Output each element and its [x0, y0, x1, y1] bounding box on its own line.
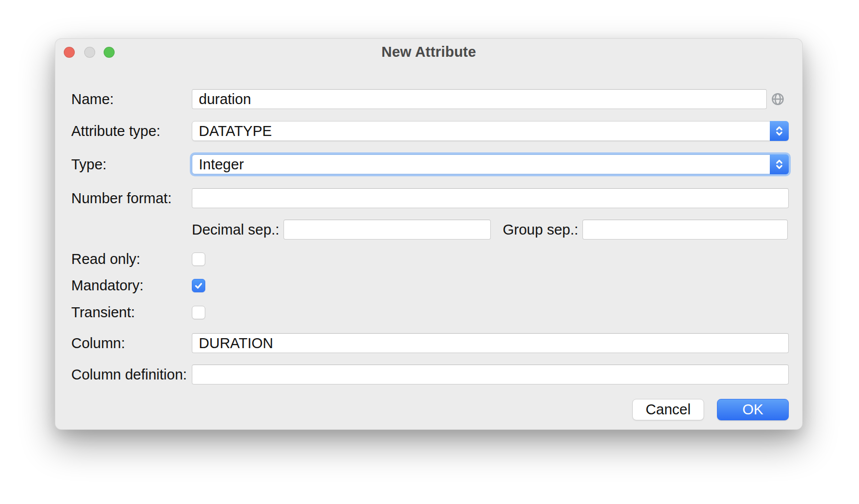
- titlebar: New Attribute: [55, 39, 802, 65]
- column-definition-input[interactable]: [192, 365, 789, 384]
- attribute-type-select[interactable]: DATATYPE: [192, 121, 789, 141]
- type-value: Integer: [192, 156, 770, 173]
- group-sep-label: Group sep.:: [503, 220, 578, 240]
- attribute-type-label: Attribute type:: [71, 121, 160, 141]
- decimal-sep-input[interactable]: [284, 220, 491, 240]
- transient-label: Transient:: [71, 306, 135, 319]
- number-format-input[interactable]: [192, 188, 789, 208]
- read-only-checkbox[interactable]: [192, 252, 205, 266]
- check-icon: [194, 281, 203, 290]
- chevron-up-down-icon: [770, 121, 789, 141]
- zoom-button[interactable]: [104, 47, 115, 58]
- ok-button[interactable]: OK: [717, 399, 789, 420]
- minimize-button[interactable]: [84, 47, 95, 58]
- transient-checkbox[interactable]: [192, 306, 205, 319]
- mandatory-label: Mandatory:: [71, 279, 143, 292]
- type-label: Type:: [71, 154, 107, 174]
- read-only-label: Read only:: [71, 252, 141, 266]
- name-input[interactable]: [192, 89, 767, 109]
- close-button[interactable]: [64, 47, 75, 58]
- column-input[interactable]: [192, 333, 789, 353]
- decimal-sep-label: Decimal sep.:: [192, 220, 280, 240]
- new-attribute-dialog: New Attribute Name: Attribute type: DATA…: [55, 38, 803, 430]
- dialog-title: New Attribute: [381, 44, 476, 60]
- cancel-button[interactable]: Cancel: [632, 399, 704, 420]
- group-sep-input[interactable]: [582, 220, 788, 240]
- column-label: Column:: [71, 333, 125, 353]
- type-select[interactable]: Integer: [192, 154, 789, 174]
- mandatory-checkbox[interactable]: [192, 279, 205, 292]
- name-label: Name:: [71, 89, 114, 109]
- number-format-label: Number format:: [71, 188, 171, 208]
- chevron-up-down-icon: [770, 154, 789, 174]
- globe-icon: [771, 92, 785, 106]
- column-definition-label: Column definition:: [71, 365, 187, 384]
- attribute-type-value: DATATYPE: [192, 123, 770, 139]
